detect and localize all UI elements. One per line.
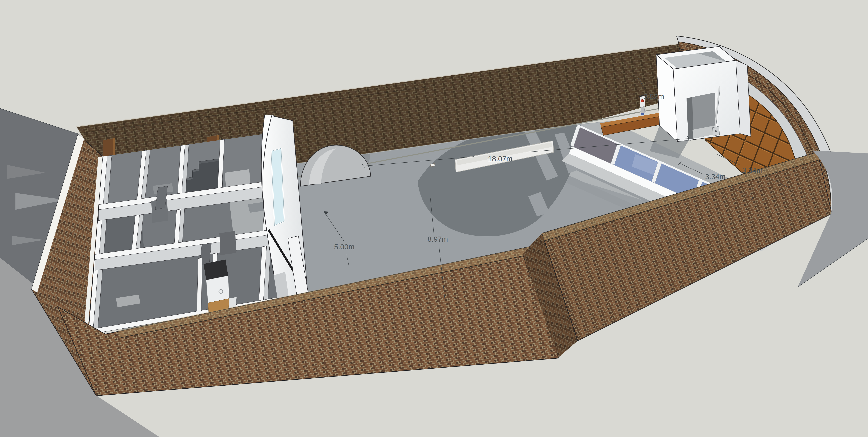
dim-label: 3.34m [705, 173, 726, 181]
dim-label: 8.97m [428, 235, 448, 243]
dim-label: 2.52m [644, 92, 664, 101]
dim-label: 5.00m [334, 243, 355, 251]
dim-label: 3.34m [742, 166, 763, 174]
sink-basin [206, 276, 229, 303]
dim-label: 18.07m [488, 155, 513, 163]
door-opening [219, 231, 236, 255]
model-viewport[interactable]: 18.07m 5.00m 8.97m 3.34m 3.34m 2.52m [0, 0, 868, 437]
render-canvas: 18.07m 5.00m 8.97m 3.34m 3.34m 2.52m [0, 0, 868, 437]
